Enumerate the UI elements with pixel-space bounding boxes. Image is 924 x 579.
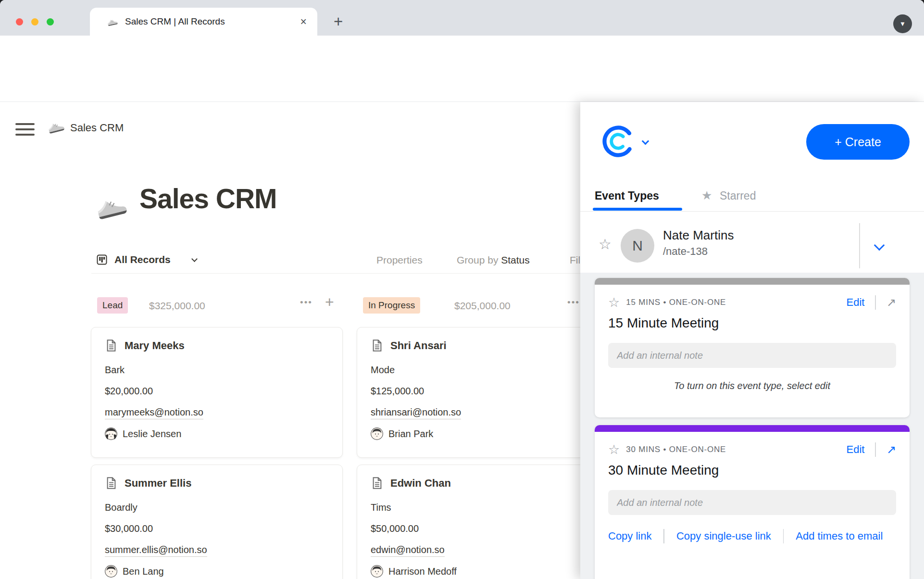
tabs-divider	[580, 211, 924, 212]
breadcrumb[interactable]: Sales CRM	[70, 122, 124, 134]
window-close-button[interactable]	[16, 18, 23, 25]
card-title: Edwin Chan	[390, 477, 451, 490]
chevron-down-icon[interactable]	[642, 138, 649, 145]
card-title: Mary Meeks	[125, 340, 185, 352]
user-name: Nate Martins	[663, 228, 734, 243]
divider	[663, 529, 664, 543]
user-avatar: N	[621, 229, 654, 263]
event-meta: 15 MINS • ONE-ON-ONE	[626, 298, 726, 307]
browser-toolbar: ← → notion.so/camacme/6de9fb7454454344a8…	[0, 36, 924, 80]
view-selector[interactable]: All Records	[114, 254, 171, 265]
properties-button[interactable]: Properties	[376, 254, 423, 266]
page-doc-icon	[371, 477, 384, 490]
internal-note-input[interactable]	[608, 490, 896, 515]
card-amount: $125,000.00	[371, 386, 595, 397]
internal-note-input[interactable]	[608, 343, 896, 368]
page-doc-icon	[371, 339, 384, 352]
divider	[783, 529, 784, 543]
tab-search-button[interactable]: ▼	[893, 14, 912, 33]
page-doc-icon	[105, 477, 118, 490]
sneaker-page-icon	[44, 115, 66, 138]
group-by-value: Status	[501, 254, 530, 265]
sneaker-favicon-icon	[105, 15, 119, 28]
board-view-icon	[96, 254, 108, 265]
tab-strip: Sales CRM | All Records × + ▼	[0, 0, 924, 36]
browser-tab[interactable]: Sales CRM | All Records ×	[90, 8, 317, 36]
create-button[interactable]: + Create	[806, 124, 910, 160]
person-avatar	[105, 428, 117, 440]
card-amount: $20,000.00	[105, 386, 329, 397]
status-badge-in-progress[interactable]: In Progress	[363, 297, 420, 314]
star-event-icon[interactable]: ☆	[608, 443, 620, 456]
external-link-icon[interactable]: ↗	[887, 444, 896, 455]
card-company: Tims	[371, 502, 595, 513]
group-by-button[interactable]: Group by Status	[457, 254, 530, 266]
tab-starred[interactable]: Starred	[720, 189, 756, 202]
card-owner-name: Harrison Medoff	[388, 566, 457, 577]
star-icon: ★	[701, 189, 712, 202]
column-total: $325,000.00	[149, 300, 205, 312]
record-card[interactable]: Summer Ellis Boardly $30,000.00 summer.e…	[91, 465, 343, 579]
new-tab-button[interactable]: +	[334, 13, 343, 29]
page-title: Sales CRM	[139, 183, 277, 214]
card-company: Mode	[371, 365, 595, 376]
external-link-icon[interactable]: ↗	[887, 297, 896, 308]
column-add-icon[interactable]: +	[325, 293, 334, 311]
group-by-label: Group by	[457, 254, 501, 265]
event-meta: 30 MINS • ONE-ON-ONE	[626, 445, 726, 454]
browser-window: Sales CRM | All Records × + ▼ ← → notion…	[0, 0, 924, 579]
edit-link[interactable]: Edit	[846, 443, 864, 456]
favorite-star-icon[interactable]: ☆	[599, 236, 612, 252]
card-company: Boardly	[105, 502, 329, 513]
record-card[interactable]: Shri Ansari Mode $125,000.00 shriansari@…	[357, 327, 609, 458]
hamburger-menu-icon[interactable]	[15, 123, 35, 139]
calendly-logo-icon[interactable]	[601, 124, 636, 159]
add-times-to-email-button[interactable]: Add times to email	[796, 530, 883, 542]
user-row-divider	[859, 223, 860, 268]
chevron-down-icon: ▼	[899, 20, 906, 27]
chevron-down-icon[interactable]	[874, 240, 885, 251]
person-avatar	[371, 565, 383, 578]
record-card[interactable]: Mary Meeks Bark $20,000.00 marymeeks@not…	[91, 327, 343, 458]
tab-close-icon[interactable]: ×	[300, 16, 307, 27]
status-badge-lead[interactable]: Lead	[97, 297, 128, 314]
calendly-sidebar: + Create Event Types ★ Starred ☆ N Nate …	[580, 102, 924, 579]
card-email-link[interactable]: summer.ellis@notion.so	[105, 544, 207, 557]
column-total: $205,000.00	[454, 300, 511, 312]
event-card-30min[interactable]: ☆ 30 MINS • ONE-ON-ONE Edit ↗ 30 Minute …	[595, 425, 910, 579]
card-email-link[interactable]: shriansari@notion.so	[371, 407, 461, 419]
card-title: Shri Ansari	[390, 340, 447, 352]
event-hint: To turn on this event type, select edit	[608, 380, 896, 391]
window-zoom-button[interactable]	[47, 18, 54, 25]
person-avatar	[371, 428, 383, 440]
card-email-link[interactable]: marymeeks@notion.so	[105, 407, 203, 419]
copy-link-button[interactable]: Copy link	[608, 530, 651, 542]
card-owner-name: Brian Park	[388, 428, 433, 440]
event-title: 30 Minute Meeting	[608, 463, 896, 478]
card-owner-name: Ben Lang	[123, 566, 164, 577]
sneaker-title-icon[interactable]	[90, 186, 131, 227]
avatar-initial: N	[632, 238, 643, 254]
star-event-icon[interactable]: ☆	[608, 296, 620, 309]
copy-single-use-link-button[interactable]: Copy single-use link	[676, 530, 771, 542]
bookmarks-bar: Apps Reading List	[0, 80, 924, 102]
page-doc-icon	[105, 339, 118, 352]
divider	[875, 295, 876, 310]
event-card-15min[interactable]: ☆ 15 MINS • ONE-ON-ONE Edit ↗ 15 Minute …	[595, 278, 910, 417]
tab-event-types[interactable]: Event Types	[595, 189, 659, 202]
user-slug: /nate-138	[663, 245, 708, 258]
event-list: ☆ 15 MINS • ONE-ON-ONE Edit ↗ 15 Minute …	[580, 273, 924, 579]
card-title: Summer Ellis	[125, 477, 191, 490]
edit-link[interactable]: Edit	[846, 296, 864, 309]
active-tab-underline	[593, 208, 682, 211]
tab-title: Sales CRM | All Records	[125, 16, 225, 27]
column-more-icon[interactable]: •••	[300, 297, 312, 308]
card-owner-name: Leslie Jensen	[123, 428, 181, 440]
event-color-bar	[595, 425, 910, 432]
record-card[interactable]: Edwin Chan Tims $50,000.00 edwin@notion.…	[357, 465, 609, 579]
event-title: 15 Minute Meeting	[608, 315, 896, 331]
card-email-link[interactable]: edwin@notion.so	[371, 544, 445, 557]
column-more-icon[interactable]: •••	[567, 297, 580, 308]
person-avatar	[105, 565, 117, 578]
window-minimize-button[interactable]	[31, 18, 38, 25]
